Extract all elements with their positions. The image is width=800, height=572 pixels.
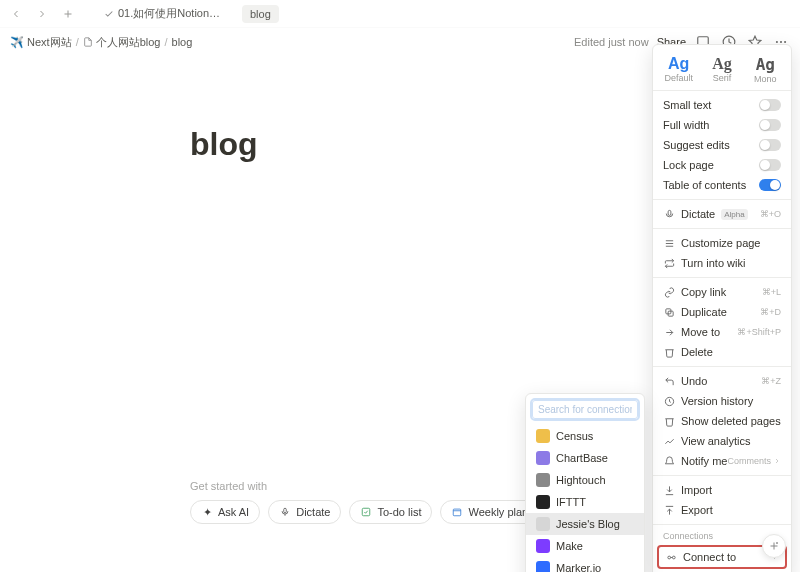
pill-dictate[interactable]: Dictate [268,500,341,524]
menu-move-to[interactable]: Move to⌘+Shift+P [653,322,791,342]
app-icon [536,561,550,572]
menu-version-history[interactable]: Version history [653,391,791,411]
app-icon [536,517,550,531]
connection-item[interactable]: Jessie's Blog [526,513,644,535]
svg-rect-12 [668,210,671,215]
breadcrumb: ✈️ Next网站 / 个人网站blog / blog [10,35,192,50]
toggle-toc[interactable]: Table of contents [653,175,791,195]
page-icon [83,37,93,47]
app-icon [536,451,550,465]
sliders-icon [663,237,675,249]
connections-search-input[interactable] [532,400,638,419]
connection-item[interactable]: ChartBase [526,447,644,469]
connection-item[interactable]: Hightouch [526,469,644,491]
connection-label: Hightouch [556,474,606,486]
font-default[interactable]: AgDefault [661,55,697,84]
tab-label: 01.如何使用Notion作... [118,6,228,21]
tab-notion-guide[interactable]: 01.如何使用Notion作... [96,3,236,24]
move-icon [663,326,675,338]
copy-icon [663,306,675,318]
connection-item[interactable]: Census [526,425,644,447]
menu-notify[interactable]: Notify meComments [653,451,791,471]
connection-item[interactable]: IFTTT [526,491,644,513]
mic-icon [663,208,675,220]
new-tab-button[interactable] [58,4,78,24]
font-serif[interactable]: AgSerif [704,55,740,84]
connection-label: Make [556,540,583,552]
toggle-suggest-edits[interactable]: Suggest edits [653,135,791,155]
chart-icon [663,435,675,447]
connection-label: Jessie's Blog [556,518,620,530]
connections-popup: CensusChartBaseHightouchIFTTTJessie's Bl… [525,393,645,572]
pill-ask-ai[interactable]: ✦Ask AI [190,500,260,524]
app-icon [536,495,550,509]
menu-import[interactable]: Import [653,480,791,500]
switch-icon [759,159,781,171]
menu-customize-page[interactable]: Customize page [653,233,791,253]
breadcrumb-leaf[interactable]: blog [172,36,193,48]
check-icon [104,9,114,19]
toggle-lock-page[interactable]: Lock page [653,155,791,175]
transform-icon [663,257,675,269]
svg-point-4 [776,41,778,43]
mic-icon [279,506,291,518]
app-icon [536,539,550,553]
trash-restore-icon [663,415,675,427]
connection-label: IFTTT [556,496,586,508]
menu-delete[interactable]: Delete [653,342,791,362]
last-edited: Edited just now [574,36,649,48]
menu-turn-wiki[interactable]: Turn into wiki [653,253,791,273]
connection-label: ChartBase [556,452,608,464]
menu-undo[interactable]: Undo⌘+Z [653,371,791,391]
history-icon [663,395,675,407]
svg-point-5 [780,41,782,43]
svg-rect-9 [363,508,371,516]
plug-icon [665,551,677,563]
menu-analytics[interactable]: View analytics [653,431,791,451]
pill-todo[interactable]: To-do list [349,500,432,524]
connection-label: Census [556,430,593,442]
connection-item[interactable]: Make [526,535,644,557]
bell-icon [663,455,675,467]
export-icon [663,504,675,516]
menu-export[interactable]: Export [653,500,791,520]
plane-icon: ✈️ [10,36,24,49]
toggle-full-width[interactable]: Full width [653,115,791,135]
nav-forward-button[interactable] [32,4,52,24]
check-square-icon [360,506,372,518]
connection-item[interactable]: Marker.io [526,557,644,572]
page-settings-panel: AgDefault AgSerif AgMono Small text Full… [652,44,792,572]
menu-dictate[interactable]: DictateAlpha⌘+O [653,204,791,224]
tab-label: blog [250,8,271,20]
svg-rect-7 [284,508,287,513]
app-icon [536,429,550,443]
undo-icon [663,375,675,387]
tab-blog[interactable]: blog [242,5,279,23]
svg-rect-10 [454,509,462,516]
switch-icon [759,179,781,191]
sparkle-icon: ✦ [201,506,213,518]
toggle-small-text[interactable]: Small text [653,95,791,115]
trash-icon [663,346,675,358]
menu-copy-link[interactable]: Copy link⌘+L [653,282,791,302]
nav-back-button[interactable] [6,4,26,24]
svg-point-19 [667,556,670,559]
breadcrumb-root[interactable]: ✈️ Next网站 [10,35,72,50]
connection-label: Marker.io [556,562,601,572]
app-icon [536,473,550,487]
help-fab[interactable] [762,534,786,558]
calendar-icon [451,506,463,518]
menu-show-deleted[interactable]: Show deleted pages [653,411,791,431]
menu-duplicate[interactable]: Duplicate⌘+D [653,302,791,322]
switch-icon [759,99,781,111]
font-mono[interactable]: AgMono [747,55,783,84]
svg-point-20 [672,556,675,559]
link-icon [663,286,675,298]
import-icon [663,484,675,496]
switch-icon [759,119,781,131]
breadcrumb-mid[interactable]: 个人网站blog [83,35,161,50]
switch-icon [759,139,781,151]
svg-point-23 [777,543,778,544]
svg-point-6 [784,41,786,43]
